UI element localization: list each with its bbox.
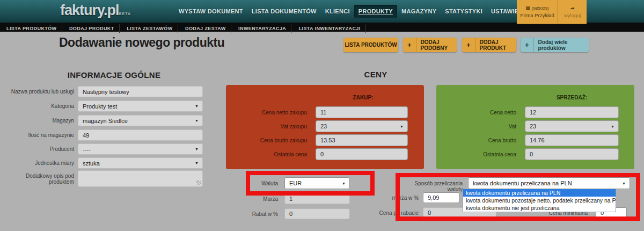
conversion-option-2[interactable]: kwota dokumentu pozostaje netto, podatek… bbox=[463, 197, 616, 204]
select-value: 23 bbox=[530, 123, 536, 129]
sale-gross-price-label: Cena brutto bbox=[442, 138, 516, 143]
chevron-down-icon: ▼ bbox=[622, 182, 626, 185]
category-select[interactable]: Produkty test ▼ bbox=[78, 100, 203, 112]
brand-name: faktury.pl bbox=[60, 2, 119, 18]
sale-net-price-label: Cena netto bbox=[442, 110, 516, 116]
chevron-down-icon: ▼ bbox=[195, 147, 199, 151]
category-label: Kategoria bbox=[0, 103, 74, 109]
purchase-box-title: ZAKUP: bbox=[316, 95, 411, 100]
unit-label: Jednostka miary bbox=[0, 160, 74, 166]
sale-gross-price-input[interactable] bbox=[525, 134, 619, 146]
currency-select[interactable]: EUR ▼ bbox=[284, 177, 350, 189]
plus-icon: + bbox=[403, 38, 416, 52]
subnav-item-lista-zestawow[interactable]: LISTA ZESTAWÓW bbox=[122, 24, 178, 33]
sale-prices-box: SPRZEDAŻ: Cena netto Vat 23 ▼ Cena brutt… bbox=[436, 85, 634, 169]
chevron-down-icon: ▼ bbox=[195, 161, 199, 165]
sale-net-price-input[interactable] bbox=[525, 106, 619, 118]
subnav-item-inwentaryzacja[interactable]: INWENTARYZACJA bbox=[233, 24, 291, 33]
sale-vat-select[interactable]: 23 ▼ bbox=[525, 120, 619, 132]
app-window: faktury.plBETA WYSTAW DOKUMENT LISTA DOK… bbox=[0, 0, 644, 231]
logout-icon: ➔ bbox=[570, 5, 575, 11]
page-title: Dodawanie nowego produktu bbox=[59, 35, 224, 50]
select-value: magazyn Siedlce bbox=[83, 118, 128, 124]
select-value: ---- bbox=[83, 146, 91, 153]
select-value: Produkty test bbox=[83, 103, 117, 110]
add-product-button[interactable]: + DODAJ PRODUKT bbox=[462, 38, 516, 52]
chevron-down-icon: ▼ bbox=[342, 182, 346, 185]
select-value: EUR bbox=[289, 180, 302, 186]
button-label: DODAJ PRODUKT bbox=[480, 39, 516, 51]
purchase-gross-price-input[interactable] bbox=[316, 134, 408, 146]
nav-item-statystyki[interactable]: STATYSTYKI bbox=[441, 5, 487, 18]
nav-item-lista-dokumentow[interactable]: LISTA DOKUMENTÓW bbox=[247, 5, 321, 18]
subnav-item-lista-inwentaryzacji[interactable]: LISTA INWENTARYZACJI bbox=[294, 24, 366, 33]
margin-label: Marża bbox=[215, 196, 278, 202]
description-label: Dodatkowy opis pod produktem bbox=[0, 173, 74, 185]
nav-item-wystaw-dokument[interactable]: WYSTAW DOKUMENT bbox=[174, 5, 247, 18]
description-textarea[interactable] bbox=[78, 170, 203, 187]
chevron-down-icon: ▼ bbox=[611, 125, 614, 128]
select-value: sztuka bbox=[83, 160, 100, 167]
list-products-button[interactable]: LISTA PRODUKTÓW bbox=[343, 38, 398, 52]
button-label: Dodaj wiele produktów bbox=[538, 39, 589, 51]
conversion-option-1[interactable]: kwota dokumentu przeliczana na PLN bbox=[463, 189, 616, 197]
product-name-label: Nazwa produktu lub usługi bbox=[0, 89, 74, 95]
nav-item-magazyny[interactable]: MAGAZYNY bbox=[397, 5, 441, 18]
subnav-item-lista-produktow[interactable]: LISTA PRODUKTÓW bbox=[2, 24, 62, 33]
stock-quantity-input[interactable] bbox=[78, 129, 203, 141]
currency-label: Waluta bbox=[215, 181, 278, 186]
product-name-input[interactable] bbox=[78, 86, 203, 97]
nav-item-produkty[interactable]: PRODUKTY bbox=[354, 5, 397, 18]
unit-select[interactable]: sztuka ▼ bbox=[78, 157, 203, 169]
resize-grip[interactable] bbox=[196, 181, 201, 185]
purchase-net-price-input[interactable] bbox=[316, 106, 408, 118]
warehouse-select[interactable]: magazyn Siedlce ▼ bbox=[78, 115, 203, 126]
company-name: Firma Przykład bbox=[520, 12, 554, 18]
conversion-option-3[interactable]: kwota dokumentu nie jest przeliczana bbox=[463, 204, 616, 212]
logout-label: wyloguj bbox=[564, 12, 581, 18]
chevron-down-icon: ▼ bbox=[195, 119, 199, 122]
plus-icon: + bbox=[462, 38, 475, 52]
sale-last-price-input[interactable] bbox=[525, 148, 619, 160]
company-button[interactable]: ▦ (985029) Firma Przykład bbox=[517, 0, 558, 24]
sale-last-price-label: Ostatnia cena bbox=[442, 151, 516, 157]
subnav-item-dodaj-zestaw[interactable]: DODAJ ZESTAW bbox=[180, 24, 231, 33]
brand-beta-tag: BETA bbox=[119, 12, 131, 16]
logout-button[interactable]: ➔ wyloguj bbox=[558, 0, 587, 24]
conversion-method-label: Sposób przeliczania waluty bbox=[400, 181, 463, 192]
purchase-gross-price-label: Cena brutto zakupu bbox=[231, 138, 307, 143]
add-similar-button[interactable]: + DODAJ PODOBNY bbox=[403, 38, 457, 52]
button-label: LISTA PRODUKTÓW bbox=[345, 42, 397, 48]
warehouse-label: Magazyn bbox=[0, 118, 74, 124]
chevron-down-icon: ▼ bbox=[195, 104, 199, 108]
sale-box-title: SPRZEDAŻ: bbox=[525, 95, 619, 100]
brand-logo[interactable]: faktury.plBETA bbox=[60, 2, 131, 19]
discount-label: Rabat w % bbox=[215, 211, 278, 217]
select-value: kwota dokumentu przeliczana na PLN bbox=[473, 180, 572, 186]
add-many-products-button[interactable]: + Dodaj wiele produktów bbox=[521, 38, 589, 52]
top-navbar: faktury.plBETA WYSTAW DOKUMENT LISTA DOK… bbox=[0, 0, 644, 23]
conversion-method-dropdown: kwota dokumentu przeliczana na PLN kwota… bbox=[463, 189, 616, 212]
producer-label: Producent bbox=[0, 146, 74, 152]
button-label: DODAJ PODOBNY bbox=[421, 39, 457, 51]
plus-icon: + bbox=[521, 38, 534, 52]
account-area: ▦ (985029) Firma Przykład ➔ wyloguj bbox=[517, 0, 587, 24]
producer-select[interactable]: ---- ▼ bbox=[78, 143, 203, 155]
prices-heading: CENY bbox=[322, 70, 429, 79]
purchase-vat-label: Vat zakupu bbox=[231, 124, 307, 129]
account-number: (985029) bbox=[532, 6, 549, 11]
purchase-last-price-input[interactable] bbox=[316, 148, 408, 160]
subnav-item-dodaj-produkt[interactable]: DODAJ PRODUKT bbox=[64, 24, 120, 33]
price-after-discount-label: Cena po rabacie bbox=[333, 210, 419, 216]
nav-item-klienci[interactable]: KLIENCI bbox=[321, 5, 354, 18]
conversion-method-select[interactable]: kwota dokumentu przeliczana na PLN ▼ bbox=[468, 177, 630, 189]
margin-input[interactable] bbox=[284, 193, 350, 204]
purchase-last-price-label: Ostatnia cena bbox=[231, 151, 307, 157]
chevron-down-icon: ▼ bbox=[400, 125, 404, 128]
margin-percent-input[interactable] bbox=[423, 192, 459, 203]
stock-quantity-label: Ilość na magazynie bbox=[0, 132, 74, 138]
purchase-vat-select[interactable]: 23 ▼ bbox=[316, 120, 408, 132]
purchase-net-price-label: Cena netto zakupu bbox=[231, 110, 307, 116]
general-info-heading: INFORMACJE OGÓLNE bbox=[24, 70, 204, 80]
purchase-prices-box: ZAKUP: Cena netto zakupu Vat zakupu 23 ▼… bbox=[226, 85, 424, 169]
